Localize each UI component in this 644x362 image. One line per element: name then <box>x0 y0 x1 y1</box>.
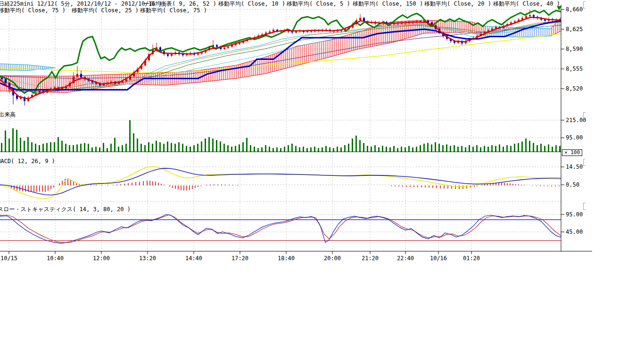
indicator-label: 移動平均( Close, 5 ) <box>287 0 350 7</box>
time-axis-label: 10/16 <box>427 255 450 262</box>
price-axis-label: 8,590 <box>566 46 583 52</box>
time-axis-label: 17:20 <box>229 255 251 262</box>
time-axis-label: 18:40 <box>275 255 297 262</box>
price-panel <box>0 17 561 93</box>
indicator-label: 日経225mini 12/12( 5分, 2012/10/12 - 2012/1… <box>0 0 162 7</box>
time-axis-label: 10:40 <box>44 255 66 262</box>
time-axis-label: 12:00 <box>90 255 113 262</box>
time-axis-label: 10/15 <box>0 255 20 262</box>
volume-panel <box>0 120 561 152</box>
indicator-label: 移動平均( Close, 10 ) <box>218 0 285 7</box>
stoch-panel <box>0 214 561 243</box>
indicator-label: 移動平均( Close, 25 ) <box>72 7 139 14</box>
price-axis-label: 8,555 <box>566 66 583 72</box>
time-axis-label: 21:20 <box>359 255 381 262</box>
pane-handle-icon-price[interactable] <box>583 1 586 8</box>
macd-axis-label: 0.50 <box>566 181 579 188</box>
volume-multiplier-badge: × 100 <box>562 149 582 156</box>
stoch-panel-label: スロー・ストキャスティクス( 14, 3, 80, 20 ) <box>0 206 131 213</box>
pane-handle-icon-volume[interactable] <box>583 112 586 119</box>
volume-axis-label: 95.00 <box>566 134 583 141</box>
indicator-header-row2: 移動平均( Close, 75 )移動平均( Close, 25 )移動平均( … <box>0 7 644 14</box>
macd-axis-label: 14.50 <box>566 164 583 170</box>
pane-handle-icon-macd[interactable] <box>583 159 586 166</box>
price-axis-label: 8,660 <box>566 6 583 13</box>
indicator-label: 移動平均( Close, 40 ) <box>493 0 560 7</box>
volume-panel-label: 出来高 <box>0 112 16 118</box>
time-axis-label: 01:20 <box>460 255 483 262</box>
indicator-label: 移動平均( Close, 20 ) <box>424 0 491 7</box>
time-axis-label: 13:20 <box>136 255 159 262</box>
stoch-axis-label: 45.00 <box>566 229 583 235</box>
macd-panel-label: MACD( 12, 26, 9 ) <box>0 158 55 165</box>
indicator-label: 移動平均( Close, 75 ) <box>140 7 207 14</box>
chart-window: 日経225mini 12/12( 5分, 2012/10/12 - 2012/1… <box>0 0 644 362</box>
indicator-label: 移動平均( Close, 75 ) <box>0 7 66 14</box>
indicator-label: 一目均衡表( 9, 26, 52 ) <box>144 0 216 7</box>
indicator-label: 移動平均( Close, 150 ) <box>353 0 423 7</box>
time-axis-label: 22:40 <box>394 255 417 262</box>
price-axis-label: 8,520 <box>566 85 583 92</box>
price-axis-label: 8,625 <box>566 26 583 33</box>
time-axis-label: 14:40 <box>182 255 205 262</box>
chart-canvas[interactable] <box>0 0 644 362</box>
pane-handle-icon-stoch[interactable] <box>583 203 586 210</box>
macd-panel <box>0 166 561 199</box>
time-axis-label: 20:00 <box>321 255 344 262</box>
stoch-axis-label: 95.00 <box>566 211 583 218</box>
indicator-header-row1: 日経225mini 12/12( 5分, 2012/10/12 - 2012/1… <box>0 0 644 7</box>
